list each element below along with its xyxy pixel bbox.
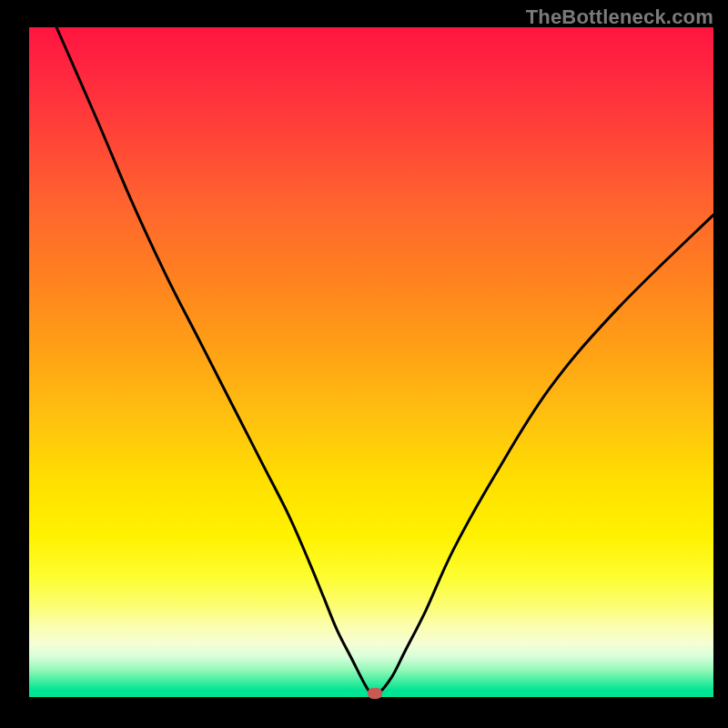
optimum-marker — [368, 688, 382, 699]
plot-area — [29, 27, 713, 697]
chart-frame: TheBottleneck.com — [0, 0, 728, 728]
watermark-text: TheBottleneck.com — [526, 5, 713, 29]
bottleneck-curve — [56, 27, 713, 695]
curve-svg — [29, 27, 713, 697]
